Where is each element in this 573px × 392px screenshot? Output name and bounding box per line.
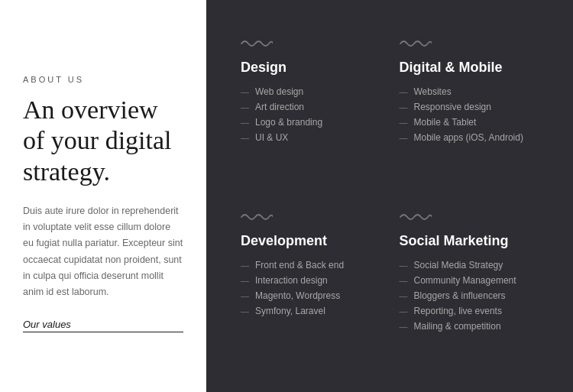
wave-icon-design: [241, 38, 273, 49]
list-item: Web design: [241, 86, 377, 97]
list-item: Social Media Strategy: [400, 260, 536, 271]
about-label: ABOUT US: [23, 75, 183, 84]
wave-icon-digital: [400, 38, 432, 49]
main-heading: An overview of your digital strategy.: [23, 95, 183, 188]
service-block-design: Design Web design Art direction Logo & b…: [233, 23, 392, 196]
list-item: Mailing & competition: [400, 321, 536, 332]
list-item: Magento, Wordpress: [241, 290, 377, 301]
service-block-social: Social Marketing Social Media Strategy C…: [392, 196, 551, 370]
our-values-link[interactable]: Our values: [23, 319, 183, 332]
list-item: Front end & Back end: [241, 260, 377, 271]
list-item: Art direction: [241, 102, 377, 112]
service-title-development: Development: [241, 233, 377, 249]
service-block-development: Development Front end & Back end Interac…: [233, 196, 392, 370]
list-item: Responsive design: [400, 102, 536, 112]
list-item: Websites: [400, 86, 536, 97]
service-title-social: Social Marketing: [400, 233, 536, 249]
wave-icon-social: [400, 212, 432, 222]
list-item: Community Management: [400, 275, 536, 286]
list-item: Mobile & Tablet: [400, 117, 536, 128]
service-block-digital: Digital & Mobile Websites Responsive des…: [392, 23, 551, 196]
service-list-development: Front end & Back end Interaction design …: [241, 260, 377, 316]
service-list-digital: Websites Responsive design Mobile & Tabl…: [400, 86, 536, 143]
service-title-design: Design: [241, 60, 377, 76]
service-title-digital: Digital & Mobile: [400, 60, 536, 76]
list-item: Reporting, live events: [400, 306, 536, 316]
list-item: Symfony, Laravel: [241, 306, 377, 316]
list-item: UI & UX: [241, 132, 377, 143]
service-list-design: Web design Art direction Logo & branding…: [241, 86, 377, 143]
list-item: Logo & branding: [241, 117, 377, 128]
left-panel: ABOUT US An overview of your digital str…: [0, 0, 206, 392]
description-text: Duis aute irure dolor in reprehenderit i…: [23, 203, 183, 301]
wave-icon-development: [241, 212, 273, 222]
list-item: Bloggers & influencers: [400, 290, 536, 301]
right-panel: Design Web design Art direction Logo & b…: [206, 0, 573, 392]
service-list-social: Social Media Strategy Community Manageme…: [400, 260, 536, 332]
list-item: Interaction design: [241, 275, 377, 286]
list-item: Mobile apps (iOS, Android): [400, 132, 536, 143]
